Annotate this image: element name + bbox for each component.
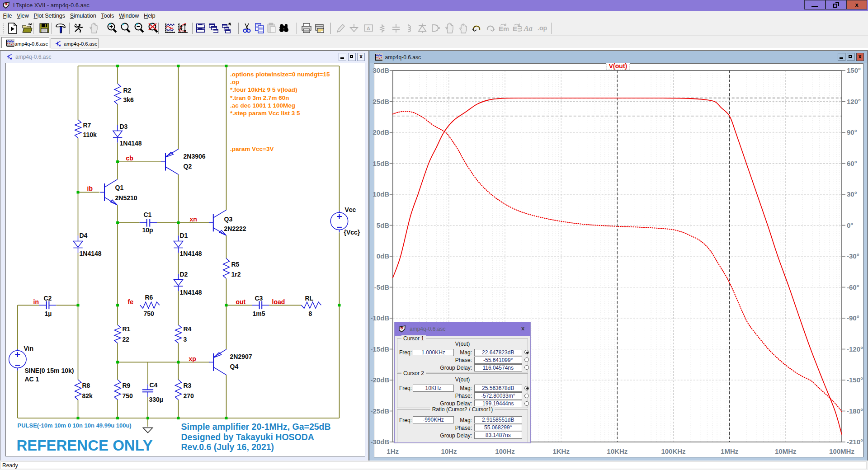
svg-text:3k6: 3k6 — [123, 96, 134, 103]
svg-text:10MHz: 10MHz — [775, 447, 797, 455]
svg-text:out: out — [236, 298, 245, 306]
svg-text:*.four 10kHz 9 5 v(load): *.four 10kHz 9 5 v(load) — [230, 86, 297, 93]
svg-text:R8: R8 — [82, 382, 90, 389]
svg-text:-20dB: -20dB — [371, 376, 389, 384]
svg-text:D4: D4 — [79, 232, 87, 239]
svg-text:2N3906: 2N3906 — [183, 153, 205, 160]
svg-text:2N2222: 2N2222 — [224, 225, 246, 232]
svg-text:2N2907: 2N2907 — [230, 353, 252, 360]
svg-text:R4: R4 — [183, 325, 191, 333]
svg-text:22: 22 — [122, 336, 129, 343]
svg-text:0dB: 0dB — [377, 252, 390, 260]
svg-text:30°: 30° — [847, 190, 857, 198]
svg-text:REFERENCE ONLY: REFERENCE ONLY — [16, 437, 152, 454]
svg-text:Aa: Aa — [524, 24, 533, 32]
svg-text:C3: C3 — [255, 295, 263, 302]
svg-text:3: 3 — [183, 336, 187, 343]
svg-text:Q1: Q1 — [115, 184, 123, 191]
svg-text:1Hz: 1Hz — [387, 447, 399, 455]
svg-text:20dB: 20dB — [373, 128, 390, 136]
svg-text:R1: R1 — [122, 325, 130, 333]
svg-text:120°: 120° — [847, 98, 861, 105]
svg-text:D2: D2 — [179, 271, 188, 278]
svg-text:AC 1: AC 1 — [24, 376, 39, 383]
svg-text:-210°: -210° — [847, 438, 863, 446]
svg-text:-180°: -180° — [847, 407, 863, 415]
svg-text:25dB: 25dB — [373, 98, 390, 105]
svg-text:100KHz: 100KHz — [661, 447, 685, 455]
svg-text:30dB: 30dB — [373, 66, 390, 74]
svg-text:.options plotwinsize=0 numdgt=: .options plotwinsize=0 numdgt=15 — [230, 71, 330, 78]
svg-text:8: 8 — [308, 310, 312, 317]
svg-text:1µ: 1µ — [44, 310, 52, 317]
svg-text:R3: R3 — [183, 382, 191, 389]
svg-text:-30°: -30° — [847, 252, 859, 260]
svg-text:R9: R9 — [122, 382, 130, 389]
svg-text:-120°: -120° — [847, 345, 863, 353]
svg-text:90°: 90° — [847, 128, 857, 136]
svg-text:60°: 60° — [847, 160, 857, 167]
svg-text:Q4: Q4 — [230, 363, 238, 370]
svg-text:*.step param Vcc list 3 5: *.step param Vcc list 3 5 — [230, 110, 300, 117]
svg-text:-60°: -60° — [847, 283, 859, 291]
svg-text:in: in — [33, 298, 38, 306]
svg-text:xn: xn — [189, 216, 197, 223]
svg-text:Q3: Q3 — [224, 216, 232, 223]
svg-text:-90°: -90° — [847, 314, 859, 322]
svg-text:1N4148: 1N4148 — [179, 289, 202, 296]
svg-text:-150°: -150° — [847, 376, 863, 384]
svg-text:V(out): V(out) — [609, 63, 627, 70]
svg-text:100MHz: 100MHz — [829, 447, 854, 455]
svg-text:.op: .op — [538, 24, 547, 32]
svg-text:Vcc: Vcc — [344, 206, 356, 213]
svg-text:.param Vcc=3V: .param Vcc=3V — [230, 146, 274, 152]
svg-text:15dB: 15dB — [373, 160, 390, 167]
svg-text:330µ: 330µ — [149, 396, 163, 403]
svg-text:110k: 110k — [83, 131, 97, 138]
svg-text:Em: Em — [499, 25, 509, 33]
svg-text:1m5: 1m5 — [252, 310, 265, 317]
svg-text:82k: 82k — [82, 392, 93, 400]
svg-text:R5: R5 — [231, 261, 239, 268]
svg-text:10dB: 10dB — [373, 190, 390, 198]
svg-text:E∋: E∋ — [513, 25, 522, 33]
svg-text:1MHz: 1MHz — [721, 447, 738, 455]
svg-text:PULSE(-10m 10m 0 10n 10n 49.99: PULSE(-10m 10m 0 10n 10n 49.99u 100u) — [17, 422, 131, 429]
svg-text:270: 270 — [183, 392, 194, 400]
svg-text:-5dB: -5dB — [374, 283, 390, 291]
svg-text:load: load — [272, 298, 285, 306]
svg-text:150°: 150° — [847, 66, 861, 74]
svg-text:D3: D3 — [119, 123, 127, 130]
svg-text:Q2: Q2 — [183, 163, 192, 170]
svg-text:R2: R2 — [123, 87, 131, 94]
svg-text:1N4148: 1N4148 — [79, 250, 101, 257]
svg-text:100Hz: 100Hz — [495, 447, 514, 455]
svg-text:ib: ib — [87, 185, 92, 192]
svg-text:Designed by Takayuki HOSODA: Designed by Takayuki HOSODA — [181, 432, 314, 442]
svg-text:-25dB: -25dB — [371, 407, 389, 415]
svg-text:1r2: 1r2 — [231, 271, 241, 278]
svg-text:Rev.0.6 (July 16, 2021): Rev.0.6 (July 16, 2021) — [181, 442, 274, 452]
svg-text:fe: fe — [127, 298, 133, 306]
svg-text:cb: cb — [126, 155, 133, 162]
svg-text:A: A — [367, 26, 370, 31]
svg-text:Vin: Vin — [24, 345, 33, 352]
svg-text:Simple amplifier 20-1MHz, Ga=2: Simple amplifier 20-1MHz, Ga=25dB — [181, 422, 330, 432]
svg-text:2N5210: 2N5210 — [115, 194, 137, 202]
svg-text:5dB: 5dB — [377, 221, 390, 229]
svg-text:-10dB: -10dB — [371, 314, 389, 322]
svg-text:1N4148: 1N4148 — [119, 140, 142, 147]
svg-text:750: 750 — [143, 310, 154, 317]
svg-text:R7: R7 — [83, 122, 91, 129]
svg-text:.ac dec 1001 1 100Meg: .ac dec 1001 1 100Meg — [230, 102, 295, 109]
svg-text:R6: R6 — [145, 294, 153, 301]
svg-text:.op: .op — [230, 79, 239, 85]
svg-text:10p: 10p — [142, 226, 153, 234]
svg-text:C1: C1 — [143, 211, 151, 218]
svg-text:-15dB: -15dB — [371, 345, 389, 353]
svg-text:C2: C2 — [43, 295, 52, 302]
svg-text:750: 750 — [122, 392, 133, 400]
svg-text:10KHz: 10KHz — [607, 447, 627, 455]
svg-text:1KHz: 1KHz — [552, 447, 570, 455]
svg-text:1N4148: 1N4148 — [179, 250, 202, 257]
